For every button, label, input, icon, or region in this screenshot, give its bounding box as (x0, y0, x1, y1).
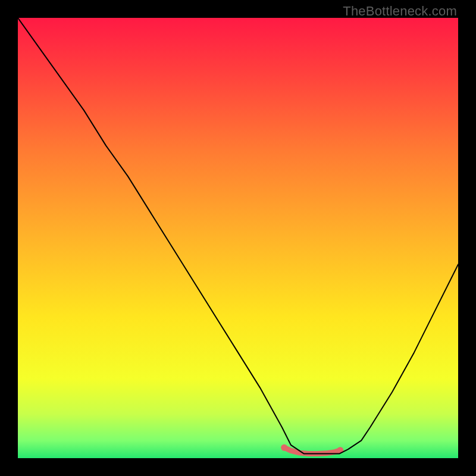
chart-container: TheBottleneck.com (0, 0, 476, 476)
flat-segment-highlight (284, 447, 340, 453)
highlight-endpoint-start (281, 444, 287, 451)
watermark-text: TheBottleneck.com (343, 4, 457, 19)
chart-curve-layer (18, 18, 458, 458)
plot-area (18, 18, 458, 458)
bottleneck-curve (18, 18, 458, 454)
